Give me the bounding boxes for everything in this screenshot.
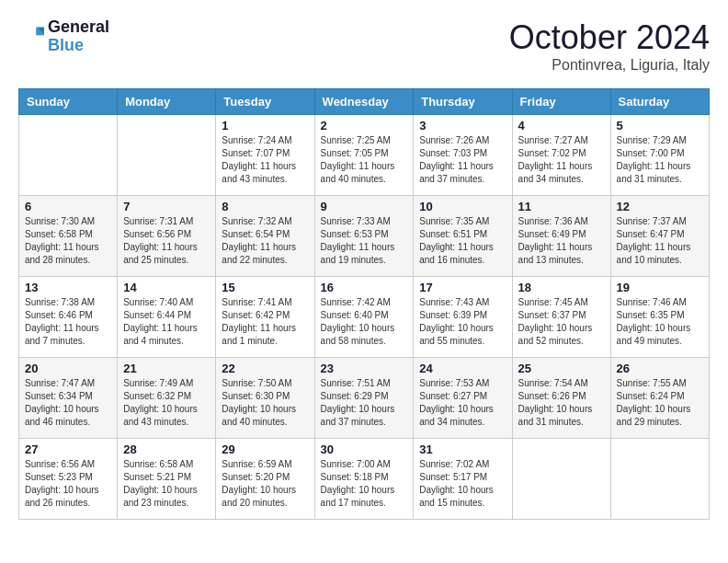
logo-line2: Blue xyxy=(48,37,109,55)
day-info: Sunrise: 7:29 AM Sunset: 7:00 PM Dayligh… xyxy=(617,134,703,186)
logo-icon xyxy=(18,24,44,50)
title-block: October 2024 Pontinvrea, Liguria, Italy xyxy=(509,18,710,74)
day-info: Sunrise: 7:40 AM Sunset: 6:44 PM Dayligh… xyxy=(123,296,210,348)
calendar-cell: 24Sunrise: 7:53 AM Sunset: 6:27 PM Dayli… xyxy=(414,358,512,439)
weekday-header-row: Sunday Monday Tuesday Wednesday Thursday… xyxy=(19,89,710,115)
calendar-cell: 3Sunrise: 7:26 AM Sunset: 7:03 PM Daylig… xyxy=(414,115,512,196)
calendar-cell: 7Sunrise: 7:31 AM Sunset: 6:56 PM Daylig… xyxy=(118,196,216,277)
calendar-cell: 13Sunrise: 7:38 AM Sunset: 6:46 PM Dayli… xyxy=(19,277,118,358)
calendar-cell: 10Sunrise: 7:35 AM Sunset: 6:51 PM Dayli… xyxy=(414,196,512,277)
calendar-cell: 26Sunrise: 7:55 AM Sunset: 6:24 PM Dayli… xyxy=(610,358,709,439)
calendar-week-3: 13Sunrise: 7:38 AM Sunset: 6:46 PM Dayli… xyxy=(19,277,710,358)
day-number: 24 xyxy=(419,362,506,375)
day-number: 13 xyxy=(25,281,111,294)
day-number: 25 xyxy=(518,362,605,375)
calendar-cell: 25Sunrise: 7:54 AM Sunset: 6:26 PM Dayli… xyxy=(512,358,610,439)
day-info: Sunrise: 7:25 AM Sunset: 7:05 PM Dayligh… xyxy=(321,134,408,186)
day-number: 6 xyxy=(25,200,111,213)
page-header: General Blue October 2024 Pontinvrea, Li… xyxy=(18,18,710,74)
day-info: Sunrise: 7:36 AM Sunset: 6:49 PM Dayligh… xyxy=(518,215,605,267)
calendar-cell xyxy=(512,439,610,520)
calendar-cell: 19Sunrise: 7:46 AM Sunset: 6:35 PM Dayli… xyxy=(610,277,709,358)
day-number: 16 xyxy=(321,281,408,294)
day-info: Sunrise: 7:24 AM Sunset: 7:07 PM Dayligh… xyxy=(222,134,308,186)
logo: General Blue xyxy=(18,18,109,55)
day-number: 2 xyxy=(321,119,408,132)
day-info: Sunrise: 7:31 AM Sunset: 6:56 PM Dayligh… xyxy=(123,215,210,267)
day-number: 20 xyxy=(25,362,111,375)
calendar-cell: 16Sunrise: 7:42 AM Sunset: 6:40 PM Dayli… xyxy=(314,277,414,358)
calendar-cell: 2Sunrise: 7:25 AM Sunset: 7:05 PM Daylig… xyxy=(314,115,414,196)
day-number: 31 xyxy=(419,442,506,456)
header-thursday: Thursday xyxy=(414,89,512,115)
day-info: Sunrise: 7:43 AM Sunset: 6:39 PM Dayligh… xyxy=(419,296,506,348)
day-info: Sunrise: 7:50 AM Sunset: 6:30 PM Dayligh… xyxy=(222,377,308,429)
day-number: 10 xyxy=(419,200,506,213)
day-info: Sunrise: 7:41 AM Sunset: 6:42 PM Dayligh… xyxy=(222,296,308,348)
header-tuesday: Tuesday xyxy=(216,89,314,115)
day-number: 8 xyxy=(222,200,308,213)
day-info: Sunrise: 7:02 AM Sunset: 5:17 PM Dayligh… xyxy=(419,458,506,510)
day-number: 5 xyxy=(617,119,703,132)
day-info: Sunrise: 7:35 AM Sunset: 6:51 PM Dayligh… xyxy=(419,215,506,267)
day-number: 15 xyxy=(222,281,308,294)
header-saturday: Saturday xyxy=(610,89,709,115)
day-number: 19 xyxy=(617,281,703,294)
logo-text-block: General Blue xyxy=(48,18,109,55)
calendar-cell: 12Sunrise: 7:37 AM Sunset: 6:47 PM Dayli… xyxy=(610,196,709,277)
day-info: Sunrise: 7:51 AM Sunset: 6:29 PM Dayligh… xyxy=(321,377,408,429)
calendar-week-4: 20Sunrise: 7:47 AM Sunset: 6:34 PM Dayli… xyxy=(19,358,710,439)
day-number: 17 xyxy=(419,281,506,294)
header-sunday: Sunday xyxy=(19,89,118,115)
day-number: 3 xyxy=(419,119,506,132)
day-info: Sunrise: 7:37 AM Sunset: 6:47 PM Dayligh… xyxy=(617,215,703,267)
calendar-cell: 21Sunrise: 7:49 AM Sunset: 6:32 PM Dayli… xyxy=(118,358,216,439)
day-info: Sunrise: 7:54 AM Sunset: 6:26 PM Dayligh… xyxy=(518,377,605,429)
header-friday: Friday xyxy=(512,89,610,115)
calendar-cell: 15Sunrise: 7:41 AM Sunset: 6:42 PM Dayli… xyxy=(216,277,314,358)
calendar-cell: 20Sunrise: 7:47 AM Sunset: 6:34 PM Dayli… xyxy=(19,358,118,439)
day-info: Sunrise: 6:58 AM Sunset: 5:21 PM Dayligh… xyxy=(123,458,210,510)
day-number: 26 xyxy=(617,362,703,375)
calendar-cell: 22Sunrise: 7:50 AM Sunset: 6:30 PM Dayli… xyxy=(216,358,314,439)
calendar-cell: 17Sunrise: 7:43 AM Sunset: 6:39 PM Dayli… xyxy=(414,277,512,358)
header-monday: Monday xyxy=(118,89,216,115)
day-number: 4 xyxy=(518,119,605,132)
day-number: 18 xyxy=(518,281,605,294)
day-number: 28 xyxy=(123,442,210,456)
calendar-week-5: 27Sunrise: 6:56 AM Sunset: 5:23 PM Dayli… xyxy=(19,439,710,520)
day-number: 22 xyxy=(222,362,308,375)
calendar-cell: 11Sunrise: 7:36 AM Sunset: 6:49 PM Dayli… xyxy=(512,196,610,277)
location: Pontinvrea, Liguria, Italy xyxy=(509,57,710,74)
calendar-cell: 18Sunrise: 7:45 AM Sunset: 6:37 PM Dayli… xyxy=(512,277,610,358)
calendar-table: Sunday Monday Tuesday Wednesday Thursday… xyxy=(18,88,710,520)
day-info: Sunrise: 7:45 AM Sunset: 6:37 PM Dayligh… xyxy=(518,296,605,348)
day-number: 9 xyxy=(321,200,408,213)
day-info: Sunrise: 7:00 AM Sunset: 5:18 PM Dayligh… xyxy=(321,458,408,510)
day-info: Sunrise: 6:59 AM Sunset: 5:20 PM Dayligh… xyxy=(222,458,308,510)
day-info: Sunrise: 7:30 AM Sunset: 6:58 PM Dayligh… xyxy=(25,215,111,267)
day-info: Sunrise: 7:26 AM Sunset: 7:03 PM Dayligh… xyxy=(419,134,506,186)
calendar-week-2: 6Sunrise: 7:30 AM Sunset: 6:58 PM Daylig… xyxy=(19,196,710,277)
day-info: Sunrise: 7:49 AM Sunset: 6:32 PM Dayligh… xyxy=(123,377,210,429)
calendar-cell xyxy=(118,115,216,196)
day-number: 12 xyxy=(617,200,703,213)
calendar-week-1: 1Sunrise: 7:24 AM Sunset: 7:07 PM Daylig… xyxy=(19,115,710,196)
calendar-cell: 1Sunrise: 7:24 AM Sunset: 7:07 PM Daylig… xyxy=(216,115,314,196)
calendar-cell xyxy=(19,115,118,196)
calendar-cell: 8Sunrise: 7:32 AM Sunset: 6:54 PM Daylig… xyxy=(216,196,314,277)
day-number: 14 xyxy=(123,281,210,294)
day-info: Sunrise: 7:38 AM Sunset: 6:46 PM Dayligh… xyxy=(25,296,111,348)
calendar-cell: 5Sunrise: 7:29 AM Sunset: 7:00 PM Daylig… xyxy=(610,115,709,196)
day-info: Sunrise: 6:56 AM Sunset: 5:23 PM Dayligh… xyxy=(25,458,111,510)
day-info: Sunrise: 7:33 AM Sunset: 6:53 PM Dayligh… xyxy=(321,215,408,267)
day-number: 30 xyxy=(321,442,408,456)
day-number: 7 xyxy=(123,200,210,213)
day-info: Sunrise: 7:46 AM Sunset: 6:35 PM Dayligh… xyxy=(617,296,703,348)
day-number: 27 xyxy=(25,442,111,456)
day-info: Sunrise: 7:47 AM Sunset: 6:34 PM Dayligh… xyxy=(25,377,111,429)
day-info: Sunrise: 7:32 AM Sunset: 6:54 PM Dayligh… xyxy=(222,215,308,267)
calendar-cell: 23Sunrise: 7:51 AM Sunset: 6:29 PM Dayli… xyxy=(314,358,414,439)
day-number: 21 xyxy=(123,362,210,375)
logo-line1: General xyxy=(48,18,109,37)
